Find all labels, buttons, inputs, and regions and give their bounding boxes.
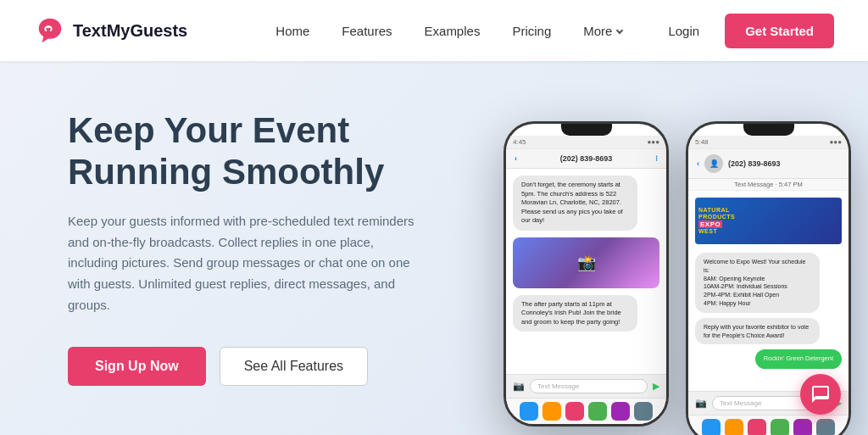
nav-examples[interactable]: Examples (411, 17, 494, 45)
app-icon (542, 402, 561, 421)
phone-header-1: ‹ (202) 839-8693 ⁝ (506, 149, 666, 169)
message-type-label: Text Message · 5:47 PM (688, 179, 849, 191)
nav-links: Home Features Examples Pricing More (262, 17, 636, 45)
app-icon (816, 419, 835, 435)
camera-icon: 📷 (513, 381, 525, 392)
phone-header-2: ‹ 👤 (202) 839-8693 (688, 149, 849, 179)
nav-home[interactable]: Home (262, 17, 323, 45)
app-icon (702, 419, 721, 435)
hero-buttons: Sign Up Now See All Features (68, 347, 458, 386)
features-button[interactable]: See All Features (220, 347, 368, 386)
app-icon (634, 402, 653, 421)
brand-name: TextMyGuests (73, 21, 187, 41)
hero-section: Keep Your Event Running Smoothly Keep yo… (0, 61, 868, 435)
phone-status-bar-2: 5:48 ●●● (688, 136, 849, 149)
app-icon (588, 402, 607, 421)
app-icon (793, 419, 812, 435)
phone-status-bar-1: 4:45 ●●● (506, 136, 666, 149)
phone-mockup-1: 4:45 ●●● ‹ (202) 839-8693 ⁝ Don't forget… (504, 121, 669, 427)
chat-msg-sent: Rockin' Green Detergent (755, 349, 842, 369)
nav-login[interactable]: Login (653, 17, 715, 45)
app-icon (725, 419, 743, 435)
chat-msg-2: The after party starts at 11pm at Connol… (513, 295, 637, 332)
chat-msg-1: Don't forget, the ceremony starts at 5pm… (513, 176, 637, 231)
app-icon (520, 402, 538, 421)
chat-image-1: 📸 (513, 237, 659, 288)
hero-description: Keep your guests informed with pre-sched… (68, 211, 424, 316)
chevron-down-icon (616, 27, 623, 34)
nav-pricing[interactable]: Pricing (498, 17, 565, 45)
send-icon-1: ▶ (653, 381, 659, 392)
phone-notch-1 (561, 124, 612, 136)
get-started-button[interactable]: Get Started (725, 14, 834, 48)
app-icon (611, 402, 630, 421)
sms-input-1[interactable]: Text Message (530, 379, 648, 393)
app-icon (565, 402, 584, 421)
chat-msg-4: Reply with your favorite exhibitor to vo… (695, 318, 820, 345)
hero-content: Keep Your Event Running Smoothly Keep yo… (68, 110, 458, 385)
expo-image: NATURAL PRODUCTS EXPO WEST (695, 198, 842, 244)
chat-area-2: NATURAL PRODUCTS EXPO WEST Welcome to Ex… (688, 191, 849, 391)
navbar: TextMyGuests Home Features Examples Pric… (0, 0, 868, 61)
logo-icon (34, 14, 66, 47)
chat-msg-3: Welcome to Expo West! Your schedule is: … (695, 253, 820, 313)
phone-screen-1: 4:45 ●●● ‹ (202) 839-8693 ⁝ Don't forget… (506, 124, 666, 424)
chat-icon (810, 384, 831, 404)
phone-footer-1: 📷 Text Message ▶ (506, 374, 666, 398)
app-icon (748, 419, 766, 435)
signup-button[interactable]: Sign Up Now (68, 347, 206, 386)
hero-phones: 4:45 ●●● ‹ (202) 839-8693 ⁝ Don't forget… (504, 121, 851, 435)
app-tray-1 (506, 398, 666, 424)
chat-area-1: Don't forget, the ceremony starts at 5pm… (506, 169, 666, 374)
nav-more[interactable]: More (570, 17, 636, 45)
chat-fab-button[interactable] (800, 374, 841, 415)
contact-avatar: 👤 (704, 154, 723, 173)
nav-features[interactable]: Features (328, 17, 405, 45)
logo[interactable]: TextMyGuests (34, 14, 187, 47)
app-icon (771, 419, 789, 435)
hero-title: Keep Your Event Running Smoothly (68, 110, 458, 192)
camera-icon-2: 📷 (695, 398, 707, 409)
phone-notch-2 (743, 124, 794, 136)
app-tray-2 (688, 415, 849, 435)
